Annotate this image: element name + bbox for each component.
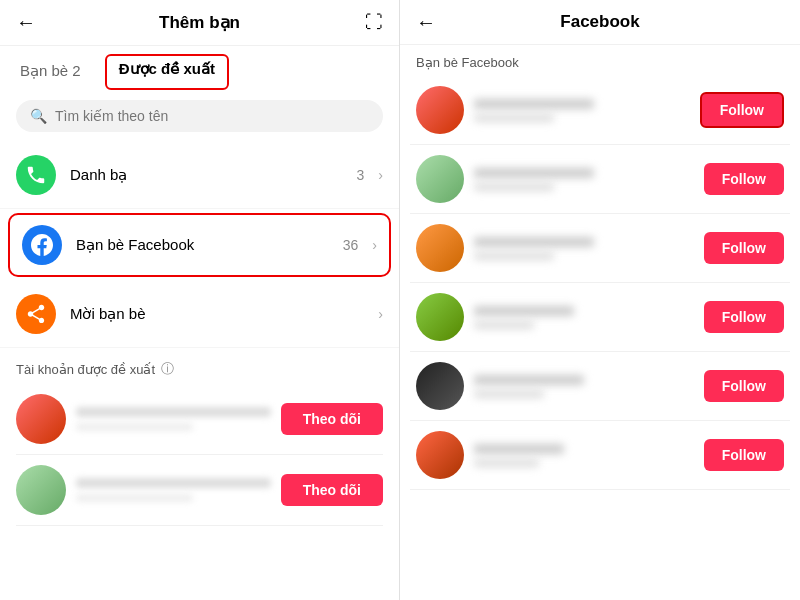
contacts-count: 3	[357, 167, 365, 183]
tab-bar: Bạn bè 2 Được đề xuất	[0, 46, 399, 90]
friend-info-1	[474, 99, 690, 122]
invite-label: Mời bạn bè	[70, 305, 146, 322]
right-panel: ← Facebook Bạn bè Facebook Follow Follow	[400, 0, 800, 600]
friend-item-5: Follow	[410, 352, 790, 421]
follow-button-friend-2[interactable]: Follow	[704, 163, 784, 195]
friend-avatar-1	[416, 86, 464, 134]
share-icon	[16, 294, 56, 334]
contacts-label: Danh bạ	[70, 166, 127, 183]
suggested-section-title: Tài khoản được đề xuất ⓘ	[0, 348, 399, 384]
friend-info-2	[474, 168, 694, 191]
follow-button-2[interactable]: Theo dõi	[281, 474, 383, 506]
left-panel: ← Thêm bạn ⛶ Bạn bè 2 Được đề xuất 🔍 Dan…	[0, 0, 400, 600]
friend-avatar-2	[416, 155, 464, 203]
right-header: ← Facebook	[400, 0, 800, 45]
tab-friends[interactable]: Bạn bè 2	[16, 54, 85, 90]
friend-avatar-6	[416, 431, 464, 479]
menu-item-invite[interactable]: Mời bạn bè ›	[0, 281, 399, 348]
friend-item-4: Follow	[410, 283, 790, 352]
friend-avatar-5	[416, 362, 464, 410]
friend-item-6: Follow	[410, 421, 790, 490]
right-back-button[interactable]: ←	[416, 11, 436, 34]
friend-info-3	[474, 237, 694, 260]
search-bar: 🔍	[16, 100, 383, 132]
follow-button-1[interactable]: Theo dõi	[281, 403, 383, 435]
search-icon: 🔍	[30, 108, 47, 124]
left-title: Thêm bạn	[159, 12, 240, 33]
avatar-1	[16, 394, 66, 444]
friend-info-5	[474, 375, 694, 398]
suggested-item-2: Theo dõi	[16, 455, 383, 526]
contacts-chevron: ›	[378, 167, 383, 183]
follow-button-friend-3[interactable]: Follow	[704, 232, 784, 264]
facebook-friends-title: Bạn bè Facebook	[400, 45, 800, 76]
menu-list: Danh bạ 3 › Bạn bè Facebook 36 ›	[0, 142, 399, 348]
expand-button[interactable]: ⛶	[365, 12, 383, 33]
suggested-name-2	[76, 478, 271, 502]
left-back-button[interactable]: ←	[16, 11, 36, 34]
facebook-text: Bạn bè Facebook	[76, 236, 329, 254]
info-icon: ⓘ	[161, 360, 174, 378]
friend-info-6	[474, 444, 694, 467]
suggested-name-1	[76, 407, 271, 431]
friend-avatar-3	[416, 224, 464, 272]
suggested-item-1: Theo dõi	[16, 384, 383, 455]
follow-button-friend-5[interactable]: Follow	[704, 370, 784, 402]
menu-item-contacts[interactable]: Danh bạ 3 ›	[0, 142, 399, 209]
friend-item-3: Follow	[410, 214, 790, 283]
right-title: Facebook	[560, 12, 639, 32]
tab-suggested[interactable]: Được đề xuất	[105, 54, 229, 90]
facebook-label: Bạn bè Facebook	[76, 236, 194, 253]
facebook-icon	[22, 225, 62, 265]
follow-button-friend-1[interactable]: Follow	[700, 92, 784, 128]
suggested-list: Theo dõi Theo dõi	[0, 384, 399, 526]
avatar-2	[16, 465, 66, 515]
left-header: ← Thêm bạn ⛶	[0, 0, 399, 46]
phone-icon	[16, 155, 56, 195]
invite-chevron: ›	[378, 306, 383, 322]
invite-text: Mời bạn bè	[70, 305, 364, 323]
friend-avatar-4	[416, 293, 464, 341]
contacts-text: Danh bạ	[70, 166, 343, 184]
friend-list: Follow Follow Follow Follow	[400, 76, 800, 600]
friend-item-2: Follow	[410, 145, 790, 214]
friend-item-1: Follow	[410, 76, 790, 145]
menu-item-facebook[interactable]: Bạn bè Facebook 36 ›	[8, 213, 391, 277]
follow-button-friend-4[interactable]: Follow	[704, 301, 784, 333]
follow-button-friend-6[interactable]: Follow	[704, 439, 784, 471]
facebook-chevron: ›	[372, 237, 377, 253]
friend-info-4	[474, 306, 694, 329]
search-input[interactable]	[55, 108, 369, 124]
facebook-count: 36	[343, 237, 359, 253]
